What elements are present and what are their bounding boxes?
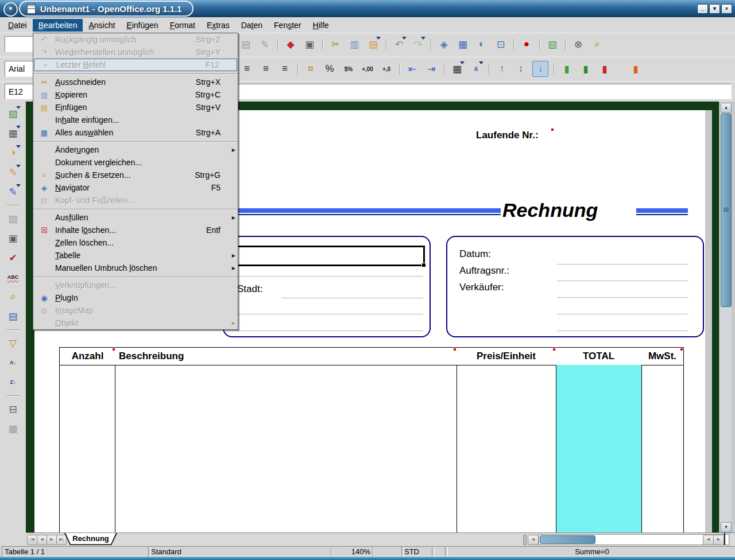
menu-item-zellen-l-schen[interactable]: Zellen löschen... [33,236,238,249]
menu-item-nderungen[interactable]: Änderungen▶ [33,143,238,156]
form-controls-dropdown-arrow[interactable] [16,184,21,187]
paste-icon[interactable]: ▤ [366,37,381,52]
gallery-icon[interactable]: ◐ [474,37,489,52]
delete-rows-icon[interactable]: ▮ [597,61,612,76]
hscroll-left-button[interactable]: ◀ [528,535,539,545]
insert-rows-icon[interactable]: ▮ [559,61,574,76]
copy-icon[interactable]: ▥ [347,37,362,52]
menu-item-plugin[interactable]: ◉PlugIn [33,291,238,304]
split-window-icon[interactable]: ⊟ [6,402,21,417]
system-menu-button[interactable]: ▼ [3,2,18,17]
insert-columns-icon[interactable]: ▮ [578,61,593,76]
align-justified-icon[interactable]: ≡ [277,61,292,76]
form-controls-icon[interactable]: ✎ [6,184,21,199]
redo-icon[interactable]: ↷ [411,37,425,52]
scroll-up-button[interactable]: ▲ [721,103,732,113]
stylist-icon[interactable]: ▦ [455,37,470,52]
draw-functions-dropdown-arrow[interactable] [16,165,21,168]
horizontal-scrollbar[interactable] [539,534,729,545]
scroll-down-button[interactable]: ▼ [721,522,732,532]
search-on-off-icon[interactable]: ⌕ [6,289,21,304]
increase-indent-icon[interactable]: ⇥ [424,61,439,76]
insert-graphics-icon[interactable]: ▧ [545,37,560,52]
insert-cells-dropdown-arrow[interactable] [16,126,21,129]
background-color-icon[interactable]: A [469,61,483,76]
align-bottom-icon[interactable]: ↓ [532,61,548,77]
sheet-tab-rechnung[interactable]: Rechnung [64,533,117,545]
previous-sheet-button[interactable]: ◀ [37,535,47,545]
last-sheet-button[interactable]: ▶| [56,535,67,545]
borders-icon[interactable]: ▦ [450,61,465,76]
menu-item-dokument-vergleichen[interactable]: Dokument vergleichen... [33,156,238,169]
menu-item-ausf-llen[interactable]: Ausfüllen▶ [33,211,238,224]
align-center-icon[interactable]: ≡ [239,61,254,76]
menubar-item-extras[interactable]: Extras [201,19,235,32]
cut-icon[interactable]: ✂ [328,37,343,52]
close-button[interactable]: × [721,4,732,14]
redo-dropdown-arrow[interactable] [421,37,425,40]
spellcheck-icon[interactable]: ✔ [6,250,21,265]
currency-format-icon[interactable]: ¤ [303,61,318,76]
sort-descending-icon[interactable]: Z↓ [6,375,21,390]
undo-icon[interactable]: ↶ [392,37,407,52]
background-color-dropdown-arrow[interactable] [479,61,483,64]
vertical-scrollbar[interactable]: ▲ ▼ [719,102,732,532]
insert-dropdown-arrow[interactable] [16,106,21,109]
menubar-item-einf-gen[interactable]: Einfügen [121,19,164,32]
menu-item-inhalte-einf-gen[interactable]: Inhalte einfügen... [33,114,238,126]
autofilter-icon[interactable]: ▽ [6,336,21,351]
data-sources-icon[interactable]: ▤ [6,309,21,324]
next-sheet-button[interactable]: ▶ [47,535,57,545]
print-file-icon[interactable]: ▣ [302,37,317,52]
menubar-item-daten[interactable]: Daten [235,19,268,32]
menubar-item-format[interactable]: Format [164,19,201,32]
vertical-scroll-thumb[interactable] [721,114,732,307]
cell-selection-handle[interactable] [421,263,426,267]
menu-item-suchen-ersetzen[interactable]: ⌕Suchen & Ersetzen...Strg+G [33,169,238,181]
zoom-page-icon[interactable]: ⌕ [590,37,605,52]
menu-item-tabelle[interactable]: Tabelle▶ [33,249,238,262]
menubar-item-bearbeiten[interactable]: Bearbeiten [33,19,83,32]
menubar-item-datei[interactable]: Datei [2,19,33,32]
delete-decimal-icon[interactable]: +,0 [379,61,394,76]
standard-format-icon[interactable]: $% [341,61,356,76]
decrease-indent-icon[interactable]: ⇤ [405,61,420,76]
minimize-button[interactable]: _ [697,4,708,14]
insert-icon[interactable]: ▧ [6,106,21,121]
menubar-item-fenster[interactable]: Fenster [268,19,307,32]
status-zoom-level[interactable]: 140% [331,546,373,557]
paste-dropdown-arrow[interactable] [376,37,381,40]
hscroll-left-button-2[interactable]: ◀ [703,535,714,545]
align-top-icon[interactable]: ↑ [494,61,509,76]
first-sheet-button[interactable]: |◀ [27,535,37,545]
insert-cells-icon[interactable]: ▦ [6,126,21,141]
selected-cell[interactable] [226,246,425,266]
menubar-item-hilfe[interactable]: Hilfe [307,19,335,32]
columns-icon[interactable]: ▮ [628,61,643,76]
autoformat-icon[interactable]: ▣ [6,231,21,246]
insert-object-dropdown-arrow[interactable] [16,145,21,148]
menu-item-einf-gen[interactable]: ▤EinfügenStrg+V [33,101,238,114]
zoom-window-icon[interactable]: ⊡ [493,37,508,52]
auto-spellcheck-icon[interactable]: ABC [6,270,21,285]
horizontal-scroll-thumb[interactable] [540,535,595,544]
export-pdf-icon[interactable]: ◆ [283,37,298,52]
hscroll-right-button[interactable]: ▶ [713,535,724,545]
align-right-icon[interactable]: ≡ [258,61,273,76]
maximize-button[interactable]: ▼ [709,4,720,14]
menu-item-kopieren[interactable]: ▥KopierenStrg+C [33,88,238,101]
status-selection-mode[interactable]: STD [401,546,435,557]
align-center-vertically-icon[interactable]: ↕ [513,61,528,76]
menubar-item-ansicht[interactable]: Ansicht [83,19,121,32]
percent-format-icon[interactable]: % [322,61,337,76]
navigator-icon[interactable]: ◈ [436,37,451,52]
insert-object-icon[interactable]: ◑ [6,145,21,160]
menu-item-alles-ausw-hlen[interactable]: ▦Alles auswählenStrg+A [33,126,238,139]
draw-functions-icon[interactable]: ✎ [6,165,21,180]
undo-dropdown-arrow[interactable] [402,37,407,40]
menu-item-inhalte-l-schen[interactable]: ☒Inhalte löschen...Entf [33,224,238,236]
add-decimal-icon[interactable]: +,00 [360,61,375,76]
sort-ascending-icon[interactable]: A↓ [6,355,21,370]
menu-item-ausschneiden[interactable]: ✂AusschneidenStrg+X [33,76,238,88]
stop-loading-icon[interactable]: ⊗ [571,37,586,52]
